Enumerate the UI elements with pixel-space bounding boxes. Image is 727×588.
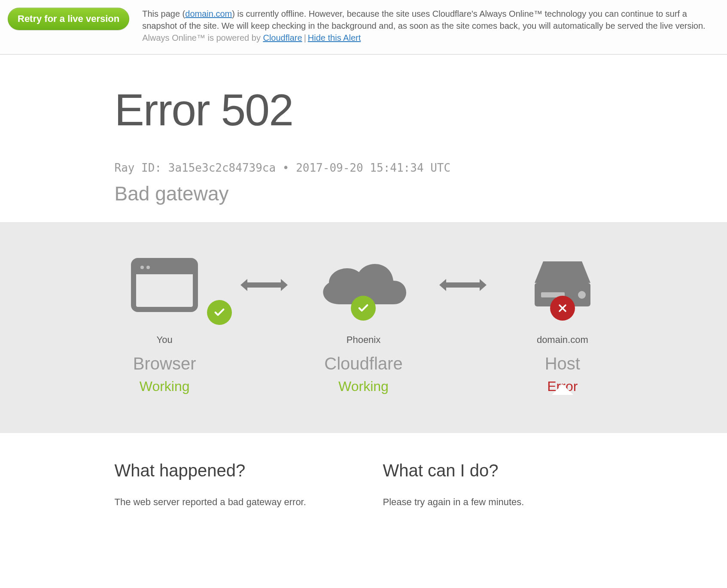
svg-rect-2 — [134, 270, 195, 274]
node-cloudflare-title: Cloudflare — [288, 354, 439, 373]
node-browser-status: Working — [89, 379, 240, 394]
server-icon — [487, 253, 638, 317]
what-can-i-do-heading: What can I do? — [383, 461, 613, 480]
what-happened-text: The web server reported a bad gateway er… — [115, 497, 344, 508]
error-title: Error 502 — [115, 85, 613, 136]
alert-hide-link[interactable]: Hide this Alert — [308, 33, 361, 42]
node-host-title: Host — [487, 354, 638, 373]
check-icon — [207, 300, 232, 325]
alert-cloudflare-link[interactable]: Cloudflare — [263, 33, 302, 42]
what-can-i-do-text: Please try again in a few minutes. — [383, 497, 613, 508]
node-host: domain.com Host Error — [487, 253, 638, 394]
ray-id-line: Ray ID: 3a15e3c2c84739ca • 2017-09-20 15… — [115, 136, 613, 174]
what-happened-heading: What happened? — [115, 461, 344, 480]
browser-icon — [89, 253, 240, 317]
svg-point-4 — [146, 266, 150, 269]
error-subtitle: Bad gateway — [115, 174, 613, 205]
node-browser: You Browser Working — [89, 253, 240, 394]
alert-text: This page (domain.com) is currently offl… — [142, 8, 727, 44]
always-online-alert: Retry for a live version This page (doma… — [0, 0, 727, 55]
error-header: Error 502 Ray ID: 3a15e3c2c84739ca • 201… — [89, 55, 639, 222]
explain-what-happened: What happened? The web server reported a… — [115, 461, 344, 508]
alert-separator: | — [302, 33, 308, 42]
alert-domain-link[interactable]: domain.com — [185, 9, 232, 18]
arrow-icon — [240, 253, 288, 317]
node-cloudflare-label: Phoenix — [288, 334, 439, 346]
connection-diagram: You Browser Working Phoenix Cloudflare W… — [89, 253, 639, 394]
explanation-section: What happened? The web server reported a… — [89, 433, 639, 525]
node-host-label: domain.com — [487, 334, 638, 346]
arrow-icon — [439, 253, 487, 317]
pointer-triangle-icon — [552, 384, 573, 395]
explain-what-can-i-do: What can I do? Please try again in a few… — [383, 461, 613, 508]
node-cloudflare-status: Working — [288, 379, 439, 394]
retry-button[interactable]: Retry for a live version — [8, 8, 129, 30]
cloud-icon — [288, 253, 439, 317]
diagram-band: You Browser Working Phoenix Cloudflare W… — [0, 222, 727, 433]
node-cloudflare: Phoenix Cloudflare Working — [288, 253, 439, 394]
check-icon — [351, 296, 376, 321]
alert-powered-pre: Always Online™ is powered by — [142, 33, 263, 42]
node-browser-title: Browser — [89, 354, 240, 373]
alert-text-1: This page ( — [142, 9, 185, 18]
node-browser-label: You — [89, 334, 240, 346]
svg-point-6 — [578, 291, 586, 299]
x-icon — [550, 296, 575, 321]
svg-point-3 — [140, 266, 144, 269]
